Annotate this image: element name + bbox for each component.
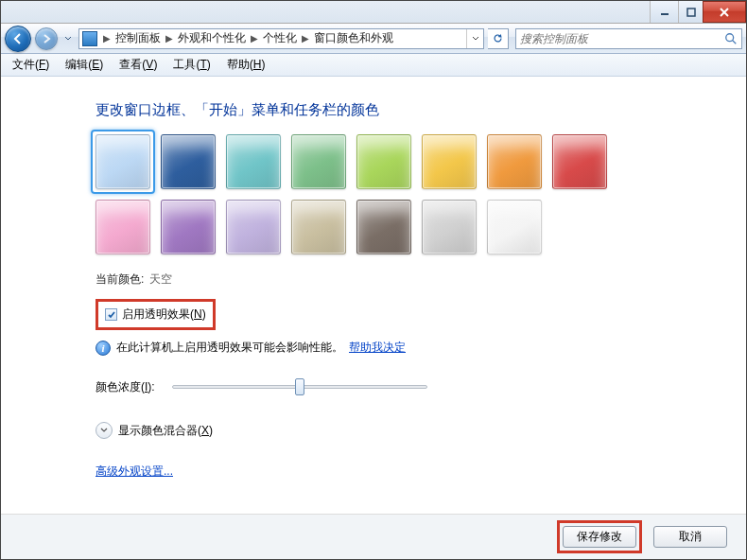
menu-item-f[interactable]: 文件(F) bbox=[5, 54, 57, 76]
back-button[interactable] bbox=[5, 26, 31, 52]
current-color-row: 当前颜色: 天空 bbox=[96, 271, 746, 288]
save-button[interactable]: 保存修改 bbox=[563, 526, 636, 548]
color-swatch[interactable] bbox=[96, 200, 150, 254]
cancel-button[interactable]: 取消 bbox=[653, 526, 727, 548]
intensity-slider[interactable] bbox=[172, 376, 427, 397]
forward-button[interactable] bbox=[35, 27, 58, 50]
minimize-button[interactable] bbox=[650, 1, 678, 23]
current-color-label: 当前颜色: bbox=[96, 271, 144, 288]
slider-thumb[interactable] bbox=[295, 378, 304, 395]
page-heading: 更改窗口边框、「开始」菜单和任务栏的颜色 bbox=[96, 101, 746, 119]
color-swatch[interactable] bbox=[422, 134, 477, 189]
color-swatch[interactable] bbox=[226, 134, 281, 189]
color-swatch[interactable] bbox=[226, 200, 281, 254]
search-input[interactable] bbox=[520, 32, 724, 45]
navbar: ▶ 控制面板 ▶ 外观和个性化 ▶ 个性化 ▶ 窗口颜色和外观 bbox=[1, 24, 746, 54]
control-panel-icon bbox=[82, 31, 97, 46]
color-swatches bbox=[96, 134, 644, 254]
performance-info-row: i 在此计算机上启用透明效果可能会影响性能。 帮助我决定 bbox=[96, 340, 746, 356]
maximize-button[interactable] bbox=[678, 1, 703, 23]
breadcrumb-item[interactable]: 控制面板 bbox=[113, 30, 163, 46]
search-box[interactable] bbox=[515, 28, 742, 49]
performance-note: 在此计算机上启用透明效果可能会影响性能。 bbox=[116, 340, 343, 356]
color-swatch[interactable] bbox=[356, 200, 411, 254]
menu-item-e[interactable]: 编辑(E) bbox=[58, 54, 111, 76]
color-swatch[interactable] bbox=[487, 134, 542, 189]
info-icon: i bbox=[96, 341, 111, 356]
menu-item-v[interactable]: 查看(V) bbox=[112, 54, 165, 76]
chevron-right-icon: ▶ bbox=[163, 33, 176, 44]
color-swatch[interactable] bbox=[161, 200, 216, 254]
color-swatch[interactable] bbox=[161, 134, 216, 189]
transparency-label: 启用透明效果(N) bbox=[122, 306, 206, 323]
chevron-right-icon: ▶ bbox=[100, 33, 113, 44]
search-icon bbox=[724, 32, 738, 45]
color-swatch[interactable] bbox=[356, 134, 411, 189]
breadcrumb-dropdown[interactable] bbox=[466, 29, 483, 48]
color-swatch[interactable] bbox=[487, 200, 542, 254]
chevron-right-icon: ▶ bbox=[299, 33, 312, 44]
color-swatch[interactable] bbox=[291, 200, 346, 254]
titlebar bbox=[1, 1, 746, 24]
breadcrumb-item[interactable]: 个性化 bbox=[261, 30, 299, 46]
nav-history-dropdown[interactable] bbox=[61, 36, 75, 42]
svg-line-3 bbox=[733, 40, 737, 44]
color-swatch[interactable] bbox=[96, 134, 150, 189]
advanced-settings-link-row: 高级外观设置... bbox=[96, 464, 746, 480]
menubar: 文件(F)编辑(E)查看(V)工具(T)帮助(H) bbox=[1, 54, 746, 77]
breadcrumb-item[interactable]: 外观和个性化 bbox=[176, 30, 248, 46]
transparency-highlight: 启用透明效果(N) bbox=[96, 299, 216, 330]
intensity-row: 颜色浓度(I): bbox=[96, 376, 746, 397]
content-area: 更改窗口边框、「开始」菜单和任务栏的颜色 当前颜色: 天空 启用透明效果(N) … bbox=[1, 79, 746, 514]
intensity-label: 颜色浓度(I): bbox=[96, 379, 155, 395]
color-swatch[interactable] bbox=[291, 134, 346, 189]
advanced-settings-link[interactable]: 高级外观设置... bbox=[96, 464, 173, 478]
breadcrumb[interactable]: ▶ 控制面板 ▶ 外观和个性化 ▶ 个性化 ▶ 窗口颜色和外观 bbox=[78, 28, 484, 49]
mixer-row: 显示颜色混合器(X) bbox=[96, 422, 746, 439]
chevron-right-icon: ▶ bbox=[248, 33, 261, 44]
save-highlight: 保存修改 bbox=[557, 520, 642, 553]
color-swatch[interactable] bbox=[422, 200, 477, 254]
current-color-value: 天空 bbox=[149, 271, 172, 288]
transparency-checkbox[interactable] bbox=[105, 308, 117, 321]
breadcrumb-item[interactable]: 窗口颜色和外观 bbox=[312, 30, 395, 46]
svg-rect-1 bbox=[687, 9, 695, 16]
menu-item-h[interactable]: 帮助(H) bbox=[219, 54, 273, 76]
svg-point-2 bbox=[726, 33, 734, 41]
mixer-label[interactable]: 显示颜色混合器(X) bbox=[118, 423, 213, 439]
refresh-button[interactable] bbox=[488, 28, 509, 49]
color-swatch[interactable] bbox=[552, 134, 607, 189]
help-decide-link[interactable]: 帮助我决定 bbox=[349, 340, 406, 356]
footer: 保存修改 取消 bbox=[1, 514, 746, 559]
menu-item-t[interactable]: 工具(T) bbox=[165, 54, 217, 76]
chevron-down-icon bbox=[100, 427, 108, 434]
svg-rect-0 bbox=[661, 13, 669, 15]
window: ▶ 控制面板 ▶ 外观和个性化 ▶ 个性化 ▶ 窗口颜色和外观 文件(F)编辑(… bbox=[0, 0, 747, 560]
close-button[interactable] bbox=[703, 1, 746, 23]
expander-button[interactable] bbox=[96, 422, 113, 439]
